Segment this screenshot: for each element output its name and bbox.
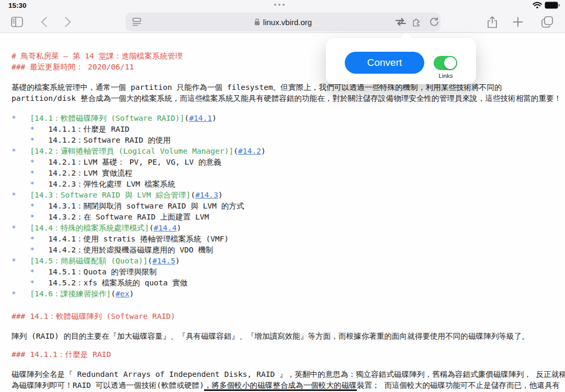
- convert-button[interactable]: Convert: [345, 52, 424, 74]
- text-segment: *: [30, 234, 35, 243]
- text-segment: *: [30, 201, 35, 210]
- doc-line: * 14.4.2：使用於虛擬機器磁碟應用的 VDO 機制: [12, 244, 565, 255]
- reader-button[interactable]: [131, 13, 142, 31]
- links-toggle-label: Links: [431, 73, 461, 79]
- status-icons: [533, 2, 560, 9]
- text-segment: *: [12, 223, 16, 232]
- text-segment: 14.2.1：LVM 基礎： PV, PE, VG, LV 的意義: [35, 157, 221, 166]
- text-segment: 陣列 (RAID) 的目的主要在『加大磁碟容量』、『具有磁碟容錯』、『增加讀寫效…: [12, 331, 529, 340]
- extensions-button[interactable]: [411, 13, 424, 31]
- text-segment: [12, 157, 30, 166]
- text-segment: ): [261, 146, 266, 155]
- text-segment: [14.6：課後練習操作]: [30, 289, 111, 298]
- doc-line: * 14.5.1：Quota 的管理與限制: [12, 266, 565, 277]
- text-segment: [14.1：軟體磁碟陣列 (Software RAID)]: [30, 113, 184, 122]
- forward-button[interactable]: [63, 17, 73, 27]
- toc-anchor-link[interactable]: #14.1: [189, 113, 212, 122]
- text-segment: ### 14.1.1：什麼是 RAID: [12, 350, 111, 359]
- document-lines: # 鳥哥私房菜 — 第 14 堂課：進階檔案系統管理### 最近更新時間： 20…: [12, 50, 565, 392]
- text-segment: *: [30, 278, 35, 287]
- doc-line: # 鳥哥私房菜 — 第 14 堂課：進階檔案系統管理: [12, 50, 565, 61]
- lock-icon: [254, 18, 260, 26]
- text-segment: 14.1.1：什麼是 RAID: [35, 124, 129, 133]
- toc-anchor-link[interactable]: #ex: [116, 289, 129, 298]
- page-content: # 鳥哥私房菜 — 第 14 堂課：進階檔案系統管理### 最近更新時間： 20…: [0, 32, 565, 392]
- doc-line: * 14.2.1：LVM 基礎： PV, PE, VG, LV 的意義: [12, 156, 565, 167]
- text-segment: 磁碟陣列全名是『 Redundant Arrays of Independent…: [12, 370, 565, 378]
- text-segment: 14.2.2：LVM 實做流程: [35, 168, 132, 177]
- text-segment: [12, 267, 30, 276]
- text-segment: [16, 223, 30, 232]
- toc-anchor-link[interactable]: #14.5: [152, 256, 175, 265]
- toc-anchor-link[interactable]: #14.2: [238, 146, 261, 155]
- text-segment: *: [12, 256, 16, 265]
- tabs-button[interactable]: [541, 16, 553, 28]
- text-segment: (: [233, 146, 238, 155]
- text-segment: ，將多個較小的磁碟整合成為一個較大的磁碟: [204, 381, 357, 391]
- sidebar-icon: [11, 17, 23, 27]
- text-segment: [16, 256, 30, 265]
- text-segment: [14.4：特殊的檔案系統處理模式]: [30, 223, 149, 232]
- address-bar[interactable]: linux.vbird.org: [126, 13, 440, 31]
- chevron-right-icon: [65, 17, 71, 27]
- text-segment: *: [12, 289, 16, 298]
- share-icon: [488, 16, 497, 28]
- doc-line: * 14.3.2：在 Software RAID 上面建置 LVM: [12, 211, 565, 222]
- text-segment: [12, 135, 30, 144]
- doc-line: * 14.3.1：關閉與取消 software RAID 與 LVM 的方式: [12, 200, 565, 211]
- text-segment: [12, 245, 30, 254]
- wifi-icon: [533, 2, 542, 9]
- doc-line: * 14.2.2：LVM 實做流程: [12, 167, 565, 178]
- text-segment: [12, 124, 30, 133]
- doc-line: * 14.4.1：使用 stratis 捲軸管理檔案系統 (VMF): [12, 233, 565, 244]
- text-segment: [12, 179, 30, 188]
- doc-line: 陣列 (RAID) 的目的主要在『加大磁碟容量』、『具有磁碟容錯』、『增加讀寫效…: [12, 330, 565, 341]
- chevron-left-icon: [41, 17, 47, 27]
- status-time: 15:30: [8, 2, 27, 9]
- reader-icon: [132, 18, 141, 26]
- text-segment: *: [30, 267, 35, 276]
- text-segment: ): [175, 256, 180, 265]
- text-segment: [14.2：邏輯捲軸管理員 (Logical Volume Manager)]: [30, 146, 233, 155]
- text-segment: [12, 234, 30, 243]
- doc-line: 基礎的檔案系統管理中，通常一個 partition 只能作為一個 filesys…: [12, 82, 565, 93]
- text-segment: (: [149, 223, 154, 232]
- text-segment: [16, 289, 30, 298]
- text-segment: *: [12, 190, 16, 199]
- text-segment: 14.5.1：Quota 的管理與限制: [35, 267, 157, 276]
- reload-button[interactable]: [427, 13, 441, 31]
- back-button[interactable]: [39, 17, 49, 27]
- toc-anchor-link[interactable]: #14.3: [195, 190, 218, 199]
- tabs-icon: [541, 16, 553, 28]
- text-segment: partition/disk 整合成為一個大的檔案系統，而這些檔案系統又能具有硬…: [12, 94, 561, 102]
- doc-line: * [14.5：簡易磁碟配額 (Quota)](#14.5): [12, 255, 565, 266]
- text-segment: 裝置； 而這個較大的磁碟功能可不止是儲存而已，他還具有: [357, 381, 560, 389]
- text-segment: 14.4.2：使用於虛擬機器磁碟應用的 VDO 機制: [35, 245, 213, 254]
- text-segment: ): [177, 223, 182, 232]
- text-segment: [14.3：Software RAID 與 LVM 綜合管理]: [30, 190, 190, 199]
- sidebar-toggle-button[interactable]: [10, 16, 23, 28]
- text-segment: [12, 201, 30, 210]
- text-segment: ### 14.1：軟體磁碟陣列 (Software RAID): [12, 312, 175, 320]
- text-segment: (: [148, 256, 152, 265]
- text-segment: *: [30, 168, 35, 177]
- new-tab-button[interactable]: [512, 16, 524, 28]
- doc-line: * [14.1：軟體磁碟陣列 (Software RAID)](#14.1): [12, 112, 565, 123]
- text-segment: 14.3.2：在 Software RAID 上面建置 LVM: [35, 212, 209, 221]
- text-segment: [16, 113, 30, 122]
- text-segment: ### 最近更新時間： 2020/06/11: [12, 62, 134, 71]
- share-button[interactable]: [485, 15, 499, 29]
- text-segment: [14.5：簡易磁碟配額 (Quota)]: [30, 256, 148, 265]
- doc-line: 為磁碟陣列即可！RAID 可以透過一個技術(軟體或硬體)，將多個較小的磁碟整合成…: [12, 379, 565, 390]
- text-segment: 14.5.2：xfs 檔案系統的 quota 實做: [35, 278, 187, 287]
- doc-line: * [14.3：Software RAID 與 LVM 綜合管理](#14.3): [12, 189, 565, 200]
- text-segment: [16, 190, 30, 199]
- text-segment: *: [30, 124, 35, 133]
- convert-extension-button[interactable]: [394, 13, 408, 31]
- doc-line: ### 最近更新時間： 2020/06/11: [12, 61, 565, 72]
- multitasking-dots-icon[interactable]: [274, 4, 285, 6]
- toc-anchor-link[interactable]: #14.4: [154, 223, 177, 232]
- text-segment: 14.4.1：使用 stratis 捲軸管理檔案系統 (VMF): [35, 234, 229, 243]
- links-toggle[interactable]: [434, 56, 457, 70]
- doc-line: * [14.4：特殊的檔案系統處理模式](#14.4): [12, 222, 565, 233]
